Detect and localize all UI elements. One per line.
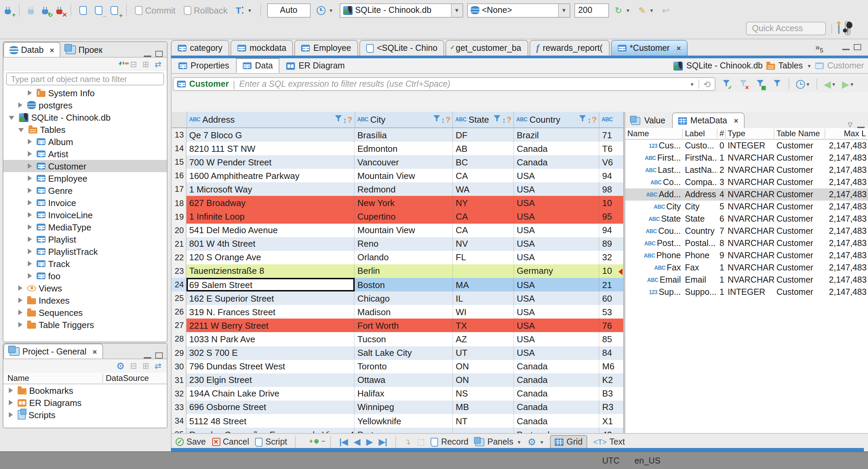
row-number[interactable]: 35: [172, 428, 186, 433]
tree-item-sequences[interactable]: Sequences: [3, 306, 167, 319]
cell-address[interactable]: 1600 Amphitheatre Parkway: [186, 169, 355, 183]
cell-postal[interactable]: R3: [599, 401, 623, 414]
disconnect-button[interactable]: ✕: [54, 5, 64, 16]
tree-item-track[interactable]: Track: [3, 258, 167, 270]
editor-tab-mockdata[interactable]: mockdata: [231, 40, 293, 56]
filter-custom-button[interactable]: [772, 79, 783, 89]
tree-item-data-types[interactable]: Data Types: [3, 331, 167, 332]
panels-button[interactable]: Panels▼: [474, 437, 521, 447]
cell-city[interactable]: Mountain View: [355, 169, 453, 183]
dbeaver-perspective-button[interactable]: [845, 21, 850, 35]
cell-address[interactable]: 162 E Superior Street: [186, 291, 355, 305]
cell-postal[interactable]: 60: [599, 291, 623, 305]
table-row[interactable]: 26319 N. Frances StreetMadisonWIUSA53: [172, 305, 623, 319]
cell-state[interactable]: TX: [453, 319, 514, 332]
row-number[interactable]: 16: [172, 169, 186, 183]
tree-item-playlist[interactable]: Playlist: [3, 233, 167, 245]
cell-country[interactable]: USA: [514, 305, 599, 319]
cell-postal[interactable]: 89: [599, 237, 623, 251]
expand-arrow-icon[interactable]: [18, 102, 22, 108]
cell-state[interactable]: AB: [453, 142, 514, 155]
cell-postal[interactable]: 71: [599, 128, 623, 142]
cell-state[interactable]: WA: [453, 183, 514, 196]
cell-state[interactable]: DF: [453, 128, 514, 142]
editor-tab-employee[interactable]: Employee: [294, 40, 358, 56]
table-row[interactable]: 161600 Amphitheatre ParkwayMountain View…: [172, 169, 623, 183]
collapse-arrow-icon[interactable]: [18, 128, 24, 132]
metadata-column-header-type[interactable]: Type: [726, 129, 774, 138]
cell-postal[interactable]: 98: [599, 183, 623, 196]
table-row[interactable]: 15700 W Pender StreetVancouverBCCanadaV6: [172, 155, 623, 169]
expand-arrow-icon[interactable]: [28, 163, 32, 169]
column-sort-icon[interactable]: ↕: [502, 116, 506, 124]
filter-save-button[interactable]: ▣: [755, 79, 766, 89]
row-number[interactable]: 34: [172, 414, 186, 428]
cell-postal[interactable]: X1: [599, 414, 623, 428]
tree-item-genre[interactable]: Genre: [3, 184, 167, 197]
minimize-button[interactable]: [144, 356, 151, 359]
breadcrumb-object[interactable]: Customer: [827, 61, 864, 70]
metadata-row[interactable]: ABCAdd...Address4NVARCHARCustomer2,147,4…: [625, 188, 868, 201]
cell-address[interactable]: 1 Infinite Loop: [186, 210, 355, 223]
cell-country[interactable]: USA: [514, 291, 599, 305]
table-row[interactable]: 20541 Del Medio AvenueMountain ViewCAUSA…: [172, 223, 623, 237]
expand-arrow-icon[interactable]: [28, 188, 32, 193]
expand-arrow-icon[interactable]: [28, 200, 32, 205]
first-row-button[interactable]: |◀: [339, 437, 348, 447]
cell-city[interactable]: New York: [355, 196, 453, 210]
column-sort-icon[interactable]: ↕: [441, 116, 445, 124]
table-row[interactable]: 33696 Osborne StreetWinnipegMBCanadaR3: [172, 401, 623, 414]
metadata-row[interactable]: ABCEmailEmail1NVARCHARCustomer2,147,483: [625, 274, 868, 286]
column-header-datasource[interactable]: DataSource: [102, 373, 149, 383]
cell-country[interactable]: USA: [514, 319, 599, 332]
cell-postal[interactable]: M6: [599, 360, 623, 373]
column-header-address[interactable]: ABCAddress↕?: [187, 112, 355, 127]
cell-country[interactable]: USA: [514, 251, 599, 264]
expand-arrow-icon[interactable]: [9, 400, 13, 405]
metadata-row[interactable]: ABCCityCity5NVARCHARCustomer2,147,483: [625, 201, 868, 213]
column-filter-icon[interactable]: [578, 115, 587, 125]
metadata-column-header-name[interactable]: Name: [625, 129, 683, 138]
table-row[interactable]: 281033 N Park AveTucsonAZUSA85: [172, 332, 623, 346]
cell-country[interactable]: USA: [514, 332, 599, 346]
settings-gear-icon[interactable]: ⚙: [116, 361, 125, 371]
row-number[interactable]: 30: [172, 360, 186, 373]
breadcrumb-tables[interactable]: Tables: [778, 61, 803, 70]
table-row[interactable]: 345112 48 StreetYellowknifeNTCanadaX1: [172, 414, 623, 428]
commit-button[interactable]: Commit: [133, 4, 178, 17]
column-sort-icon[interactable]: ↕: [587, 116, 591, 124]
cell-state[interactable]: MA: [453, 278, 514, 291]
filter-apply-button[interactable]: ✓: [721, 79, 732, 89]
table-row[interactable]: 31230 Elgin StreetOttawaONCanadaK2: [172, 373, 623, 387]
cell-postal[interactable]: B3: [599, 387, 623, 401]
text-view-button[interactable]: <T>Text: [593, 437, 625, 447]
navigator-filter-input[interactable]: Type part of object name to filter: [6, 73, 164, 85]
cell-city[interactable]: Berlin: [355, 264, 453, 278]
tab-er-diagram[interactable]: ER Diagram: [280, 58, 352, 73]
column-header-postal[interactable]: ABC: [599, 112, 623, 127]
table-row[interactable]: 272211 W Berry StreetFort WorthTXUSA76: [172, 319, 623, 332]
row-number[interactable]: 21: [172, 237, 186, 251]
column-header-city[interactable]: ABCCity↕?: [355, 112, 453, 127]
expand-arrow-icon[interactable]: [28, 237, 32, 242]
view-menu-dropdown[interactable]: ▽: [848, 121, 852, 128]
metadata-row[interactable]: 123Sup...Suppo...1INTEGERCustomer2,147,4…: [625, 286, 868, 298]
expand-arrow-icon[interactable]: [9, 412, 13, 417]
maximize-button[interactable]: [155, 352, 163, 359]
row-number[interactable]: 25: [172, 291, 186, 305]
row-number[interactable]: 28: [172, 332, 186, 346]
tab-database-navigator[interactable]: Datab ×: [3, 42, 60, 57]
cell-country[interactable]: USA: [514, 169, 599, 183]
cell-state[interactable]: MB: [453, 401, 514, 414]
cell-postal[interactable]: 32: [599, 251, 623, 264]
column-sort-icon[interactable]: ↕: [343, 116, 347, 124]
cell-country[interactable]: Brazil: [514, 128, 599, 142]
project-item-er-diagrams[interactable]: ER Diagrams: [3, 396, 167, 409]
table-row[interactable]: 23Tauentzienstraße 8BerlinGermany10: [172, 264, 623, 278]
rollback-button[interactable]: Rollback: [182, 4, 230, 17]
cell-postal[interactable]: 84: [599, 346, 623, 360]
maximize-button[interactable]: [854, 44, 861, 50]
metadata-row[interactable]: ABCCou...Country7NVARCHARCustomer2,147,4…: [625, 225, 868, 237]
metadata-row[interactable]: ABCLast...LastNa...2NVARCHARCustomer2,14…: [625, 164, 868, 176]
expand-arrow-icon[interactable]: [28, 249, 32, 254]
